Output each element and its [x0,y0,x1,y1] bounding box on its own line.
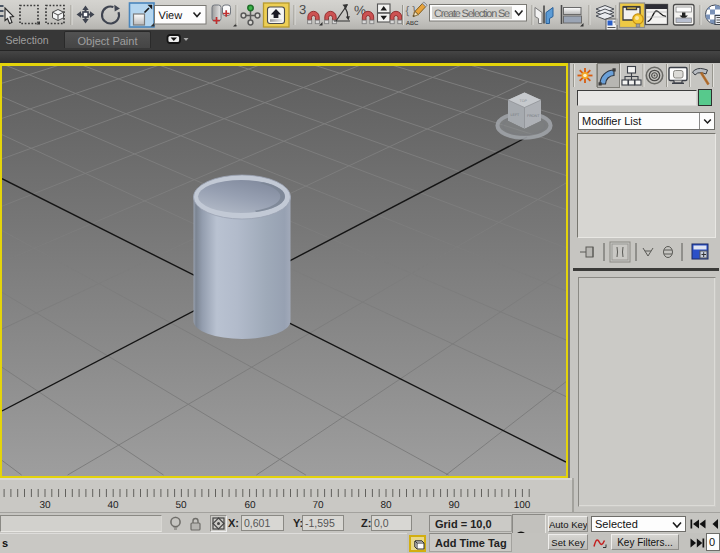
svg-text:30: 30 [39,500,51,511]
svg-text:70: 70 [312,500,324,511]
svg-text:80: 80 [380,500,392,511]
svg-text:60: 60 [244,500,256,511]
svg-text:50: 50 [175,500,187,511]
svg-text:TOP: TOP [520,99,528,103]
svg-text:ABC: ABC [406,20,419,27]
svg-text:LEFT: LEFT [511,113,521,117]
svg-text:3: 3 [299,2,306,17]
svg-text:90: 90 [448,500,460,511]
svg-text:View: View [159,10,183,22]
svg-text:100: 100 [514,500,531,511]
svg-text:FRONT: FRONT [527,114,540,118]
svg-text:40: 40 [107,500,119,511]
svg-text:Create Selection Se: Create Selection Se [434,8,510,20]
